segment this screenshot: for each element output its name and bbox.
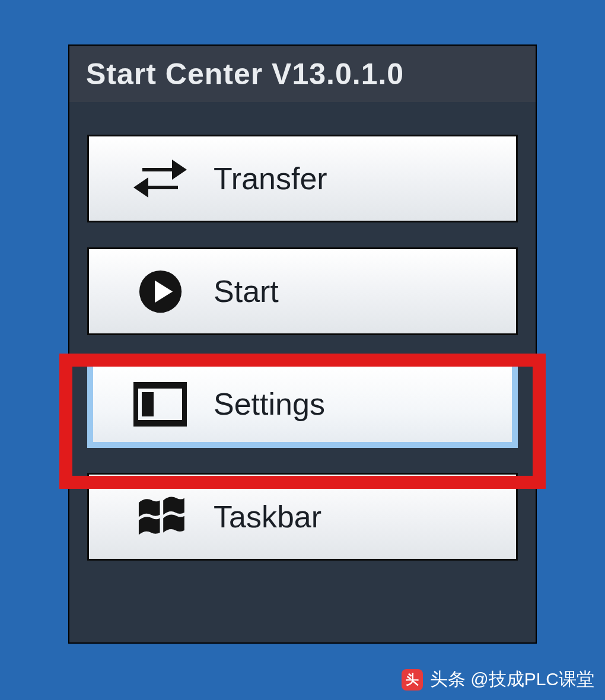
watermark-text: 头条 @技成PLC课堂 [430,667,594,692]
transfer-icon [130,155,190,202]
windows-icon [130,493,190,540]
taskbar-button[interactable]: Taskbar [87,473,518,561]
watermark: 头条 @技成PLC课堂 [402,667,594,692]
titlebar: Start Center V13.0.1.0 [69,46,536,102]
settings-icon [130,380,190,428]
start-label: Start [214,273,279,309]
play-icon [130,268,190,315]
taskbar-label: Taskbar [214,499,321,534]
transfer-button[interactable]: Transfer [87,135,518,222]
watermark-icon [402,669,423,691]
title-text: Start Center V13.0.1.0 [86,57,404,91]
start-center-panel: Start Center V13.0.1.0 Transfer Start [68,44,537,644]
menu-area: Transfer Start Settings [69,102,536,578]
settings-button[interactable]: Settings [87,360,518,448]
transfer-label: Transfer [214,161,327,196]
svg-rect-2 [142,392,154,416]
start-button[interactable]: Start [87,247,518,335]
settings-label: Settings [214,386,325,422]
